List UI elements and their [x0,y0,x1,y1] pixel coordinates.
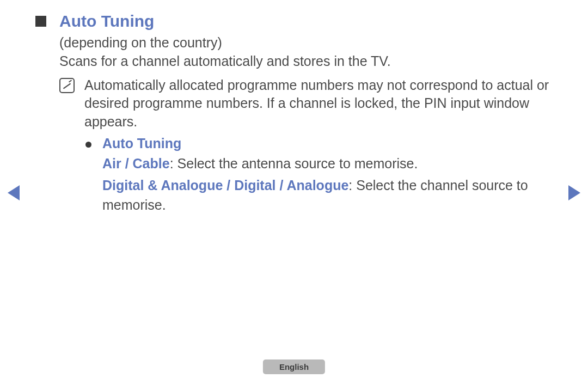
page-content: Auto Tuning (depending on the country) S… [35,12,558,215]
note-row: Automatically allocated programme number… [59,76,558,131]
nav-next-button[interactable] [568,185,580,200]
option1-label: Air / Cable [102,156,170,171]
option2-label: Digital & Analogue / Digital / Analogue [102,178,348,193]
option-air-cable: Air / Cable: Select the antenna source t… [102,154,558,173]
triangle-right-icon [568,185,580,200]
language-badge: English [263,359,325,374]
description-text: Scans for a channel automatically and st… [59,52,558,71]
subsection-title: Auto Tuning [102,136,181,151]
option1-desc: : Select the antenna source to memorise. [170,156,418,171]
square-bullet-icon [35,16,46,27]
title-row: Auto Tuning [35,12,558,31]
triangle-left-icon [8,185,20,200]
page-title: Auto Tuning [59,12,154,31]
note-icon [59,78,75,93]
round-bullet-icon [85,142,91,148]
nav-prev-button[interactable] [8,185,20,200]
subtitle-text: (depending on the country) [59,34,558,52]
option-digital-analogue: Digital & Analogue / Digital / Analogue:… [102,175,558,215]
subsection-row: Auto Tuning [85,136,558,151]
note-text: Automatically allocated programme number… [84,76,558,131]
